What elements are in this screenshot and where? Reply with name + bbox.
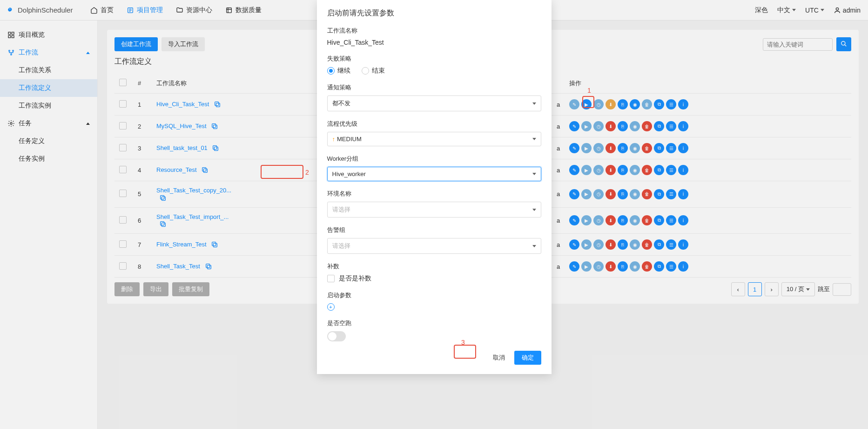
wf-name-value: Hive_Cli_Task_Test bbox=[327, 39, 541, 46]
env-label: 环境名称 bbox=[327, 190, 541, 198]
env-select[interactable]: 请选择 bbox=[327, 202, 541, 218]
complement-label: 补数 bbox=[327, 262, 541, 271]
run-params-modal: 启动前请先设置参数 工作流名称 Hive_Cli_Task_Test 失败策略 … bbox=[317, 0, 552, 374]
priority-select[interactable]: ↑MEDIUM bbox=[327, 132, 541, 146]
chevron-down-icon bbox=[532, 173, 536, 175]
ok-button[interactable]: 确定 bbox=[514, 351, 541, 365]
dry-run-toggle[interactable] bbox=[327, 331, 346, 341]
cancel-button[interactable]: 取消 bbox=[489, 351, 509, 365]
radio-end[interactable]: 结束 bbox=[362, 67, 385, 75]
chevron-down-icon bbox=[532, 102, 536, 105]
arrow-up-icon: ↑ bbox=[332, 136, 336, 143]
failure-strategy-label: 失败策略 bbox=[327, 54, 541, 63]
worker-group-select[interactable]: Hive_worker bbox=[327, 167, 541, 181]
checkbox-icon bbox=[327, 275, 335, 282]
modal-title: 启动前请先设置参数 bbox=[327, 8, 541, 18]
chevron-down-icon bbox=[532, 245, 536, 247]
complement-checkbox[interactable]: 是否是补数 bbox=[327, 274, 541, 283]
chevron-down-icon bbox=[532, 209, 536, 211]
start-param-label: 启动参数 bbox=[327, 291, 541, 300]
radio-continue[interactable]: 继续 bbox=[327, 67, 350, 75]
dry-run-label: 是否空跑 bbox=[327, 319, 541, 327]
radio-icon bbox=[327, 67, 335, 75]
add-param-button[interactable]: + bbox=[327, 303, 335, 311]
alert-group-label: 告警组 bbox=[327, 226, 541, 234]
chevron-down-icon bbox=[532, 138, 536, 140]
alert-group-select[interactable]: 请选择 bbox=[327, 238, 541, 254]
notify-select[interactable]: 都不发 bbox=[327, 95, 541, 111]
notify-label: 通知策略 bbox=[327, 83, 541, 92]
worker-group-label: Worker分组 bbox=[327, 155, 541, 163]
priority-label: 流程优先级 bbox=[327, 120, 541, 128]
wf-name-label: 工作流名称 bbox=[327, 27, 541, 35]
radio-icon bbox=[362, 67, 369, 75]
